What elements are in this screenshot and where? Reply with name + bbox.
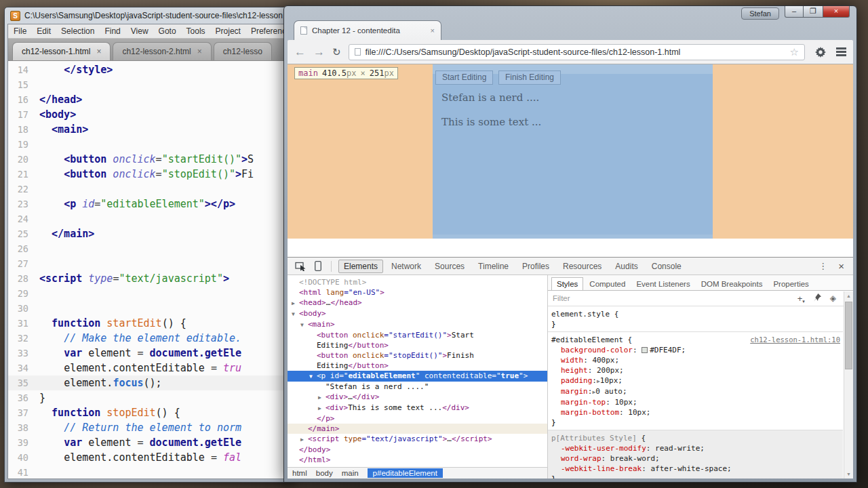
devtools-tab-profiles[interactable]: Profiles — [517, 260, 555, 273]
editor-menu-project[interactable]: Project — [216, 26, 241, 36]
dom-node[interactable]: ▼<p id="editableElement" contenteditable… — [288, 371, 547, 382]
start-editing-button[interactable]: Start Editing — [435, 70, 493, 85]
rule-selector[interactable]: element.style — [551, 310, 610, 319]
editable-paragraph-line-1[interactable]: Stefan is a nerd .... — [441, 92, 539, 104]
style-property[interactable]: width: 400px; — [551, 355, 843, 365]
breadcrumb-item-body[interactable]: body — [316, 469, 333, 477]
style-property[interactable]: -webkit-line-break: after-white-space; — [551, 464, 843, 474]
inspect-element-icon[interactable] — [292, 261, 309, 271]
browser-tab[interactable]: Chapter 12 - contentedita × — [294, 20, 441, 40]
close-icon[interactable]: × — [96, 47, 101, 56]
gear-icon[interactable] — [812, 47, 829, 58]
style-property[interactable]: -webkit-user-modify: read-write; — [551, 443, 843, 453]
device-mode-icon[interactable] — [312, 261, 324, 271]
bookmark-star-icon[interactable]: ☆ — [790, 47, 799, 57]
sidebar-tab-styles[interactable]: Styles — [551, 277, 583, 291]
sidebar-tab-computed[interactable]: Computed — [585, 278, 630, 290]
dom-node[interactable]: </p> — [288, 413, 547, 424]
breadcrumb-item-selected[interactable]: p#editableElement — [368, 468, 443, 478]
devtools-tab-sources[interactable]: Sources — [429, 260, 470, 273]
twisty-icon[interactable]: ▼ — [292, 309, 299, 319]
new-style-rule-icon[interactable]: +▾ — [797, 292, 805, 304]
devtools-close-icon[interactable]: × — [838, 260, 844, 272]
styles-filter-input[interactable]: Filter — [553, 294, 797, 302]
back-icon[interactable]: ← — [294, 46, 306, 58]
minimize-button[interactable]: – — [785, 6, 804, 18]
style-property[interactable]: height: 200px; — [551, 365, 843, 375]
url-bar[interactable]: file:///C:/Users/Samsung/Desktop/javaScr… — [349, 44, 805, 60]
code-editor[interactable]: 14 </style>1516</head>17<body>18 <main>1… — [8, 61, 289, 479]
twisty-icon[interactable]: ▶ — [292, 298, 299, 308]
close-icon[interactable]: × — [197, 47, 202, 56]
rule-selector[interactable]: #editableElement — [551, 336, 623, 344]
sidebar-tab-event-listeners[interactable]: Event Listeners — [631, 278, 694, 290]
element-state-icon[interactable]: ◈ — [830, 294, 836, 302]
dom-node[interactable]: <html lang="en-US"> — [288, 287, 547, 298]
twisty-icon[interactable]: ▼ — [300, 320, 308, 330]
dom-node[interactable]: Editing</button> — [288, 361, 547, 371]
scrollbar-thumb[interactable] — [845, 302, 852, 369]
editor-menu-view[interactable]: View — [131, 26, 149, 36]
scroll-down-icon[interactable]: ▼ — [844, 472, 853, 476]
url-text[interactable]: file:///C:/Users/Samsung/Desktop/javaScr… — [366, 47, 785, 57]
devtools-tab-network[interactable]: Network — [386, 260, 427, 273]
editor-menu-selection[interactable]: Selection — [61, 26, 94, 36]
profile-button[interactable]: Stefan — [741, 7, 779, 20]
devtools-tab-audits[interactable]: Audits — [610, 260, 643, 273]
menu-hamburger-icon[interactable] — [836, 47, 846, 56]
editor-tab[interactable]: ch12-lesson-1.html× — [12, 42, 111, 60]
devtools-tab-console[interactable]: Console — [646, 260, 687, 273]
editor-menu-edit[interactable]: Edit — [37, 26, 51, 36]
editor-menu-tools[interactable]: Tools — [186, 26, 205, 36]
twisty-icon[interactable]: ▼ — [309, 371, 317, 382]
devtools-tab-resources[interactable]: Resources — [557, 260, 607, 273]
sidebar-tab-properties[interactable]: Properties — [768, 278, 813, 290]
twisty-icon[interactable]: ▶ — [300, 434, 308, 445]
dom-node[interactable]: Editing</button> — [288, 340, 547, 350]
forward-icon[interactable]: → — [313, 46, 325, 58]
maximize-button[interactable]: ❐ — [804, 6, 823, 18]
editor-menu-find[interactable]: Find — [104, 26, 120, 36]
dom-node[interactable]: ▶<div>…</div> — [288, 392, 547, 403]
editor-tab[interactable]: ch12-lesson-2.html× — [113, 42, 211, 60]
tab-close-icon[interactable]: × — [431, 26, 435, 35]
dom-node[interactable]: </main> — [288, 424, 547, 434]
finish-editing-button[interactable]: Finish Editing — [498, 70, 561, 85]
dom-node[interactable]: <!DOCTYPE html> — [288, 277, 547, 287]
style-property[interactable]: margin:▶0 auto; — [551, 386, 843, 397]
twisty-icon[interactable]: ▶ — [318, 403, 326, 413]
devtools-tab-elements[interactable]: Elements — [338, 260, 383, 273]
editor-menu-file[interactable]: File — [14, 26, 26, 36]
dom-node[interactable]: ▶<head>…</head> — [288, 298, 547, 308]
dom-node[interactable]: <button onclick="stopEdit()">Finish — [288, 350, 547, 361]
reload-icon[interactable]: ↻ — [332, 47, 341, 57]
style-property[interactable]: margin-bottom: 10px; — [551, 407, 843, 418]
close-window-button[interactable]: × — [823, 6, 850, 18]
devtools-tab-timeline[interactable]: Timeline — [473, 260, 514, 273]
style-property[interactable]: margin-top: 10px; — [551, 397, 843, 407]
twisty-icon[interactable]: ▶ — [318, 392, 326, 403]
styles-scrollbar[interactable]: ▲ ▼ — [844, 291, 853, 479]
style-property[interactable]: word-wrap: break-word; — [551, 453, 843, 464]
dom-node[interactable]: ▼<main> — [288, 319, 547, 330]
pin-icon[interactable] — [814, 292, 821, 304]
rule-selector[interactable]: p[Attributes Style] — [551, 434, 637, 443]
dom-node[interactable]: ▼<body> — [288, 308, 547, 319]
editor-tab[interactable]: ch12-lesso — [214, 42, 272, 60]
color-swatch[interactable] — [642, 347, 648, 353]
style-property[interactable]: padding:▶10px; — [551, 375, 843, 386]
dom-node[interactable]: "Stefan is a nerd ...." — [288, 382, 547, 392]
dom-node[interactable]: ▶<script type="text/javascript">…</scrip… — [288, 434, 547, 445]
dom-node[interactable]: <button onclick="startEdit()">Start — [288, 330, 547, 340]
style-property[interactable]: background-color: #DFE4DF; — [551, 345, 843, 355]
dom-node[interactable]: </html> — [288, 455, 547, 465]
scroll-up-icon[interactable]: ▲ — [844, 293, 853, 298]
breadcrumb-item-main[interactable]: main — [342, 469, 359, 477]
sidebar-tab-dom-breakpoints[interactable]: DOM Breakpoints — [696, 278, 768, 290]
breadcrumb-item-html[interactable]: html — [292, 469, 307, 477]
dom-node[interactable]: </body> — [288, 445, 547, 455]
dom-node[interactable]: ▶<div>This is some text ...</div> — [288, 403, 547, 413]
stylesheet-link[interactable]: ch12-lesson-1.html:10 — [750, 335, 840, 345]
editable-paragraph-line-2[interactable]: This is some text ... — [441, 116, 541, 128]
editor-menu-goto[interactable]: Goto — [159, 26, 176, 36]
